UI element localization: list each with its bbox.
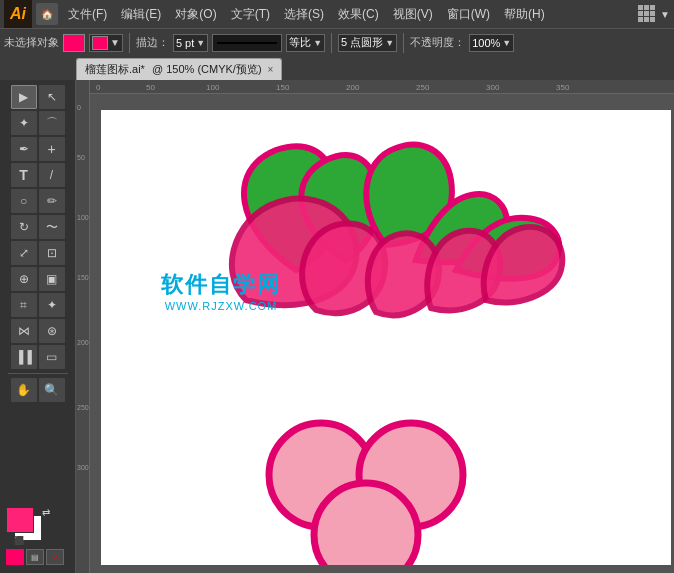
lasso-btn[interactable]: ⌒	[39, 111, 65, 135]
zoom-tool-btn[interactable]: 🔍	[39, 378, 65, 402]
tool-row-1: ▶ ↖	[0, 85, 75, 109]
line-tool-btn[interactable]: /	[39, 163, 65, 187]
svg-text:250: 250	[77, 404, 89, 411]
tool-separator	[8, 373, 68, 374]
canvas-area: 0 50 100 150 200 250 300 350 0 50 100 15…	[76, 80, 674, 573]
tool-row-5: ○ ✏	[0, 189, 75, 213]
separator-3	[403, 33, 404, 53]
symbol-btn[interactable]: ⊛	[39, 319, 65, 343]
scale-tool-btn[interactable]: ⤢	[11, 241, 37, 265]
tab-close-button[interactable]: ×	[268, 64, 274, 75]
menu-view[interactable]: 视图(V)	[387, 4, 439, 25]
tab-bar: 榴莲图标.ai* @ 150% (CMYK/预览) ×	[0, 56, 674, 80]
fill-swatch-small	[92, 36, 108, 50]
tool-row-9: ⌗ ✦	[0, 293, 75, 317]
control-toolbar: 未选择对象 ▼ 描边： 5 pt ▼ 等比 ▼ 5 点圆形 ▼ 不透明度： 10…	[0, 28, 674, 56]
color-fill-btn[interactable]	[6, 549, 24, 565]
stroke-size-dropdown[interactable]: 5 pt ▼	[173, 34, 208, 52]
leaves-group	[232, 145, 562, 316]
brush-arrow: ▼	[385, 38, 394, 48]
svg-point-17	[314, 483, 418, 565]
hand-tool-btn[interactable]: ✋	[11, 378, 37, 402]
type-tool-btn[interactable]: T	[11, 163, 37, 187]
menu-help[interactable]: 帮助(H)	[498, 4, 551, 25]
main-area: ▶ ↖ ✦ ⌒ ✒ + T / ○ ✏ ↻ 〜 ⤢ ⊡ ⊕ ▣	[0, 80, 674, 573]
blend-btn[interactable]: ⋈	[11, 319, 37, 343]
svg-text:150: 150	[276, 83, 290, 92]
menu-file[interactable]: 文件(F)	[62, 4, 113, 25]
stroke-line-preview	[217, 42, 277, 44]
svg-text:50: 50	[77, 154, 85, 161]
pencil-tool-btn[interactable]: ✏	[39, 189, 65, 213]
watermark-chinese: 软件自学网	[161, 270, 281, 300]
svg-text:250: 250	[416, 83, 430, 92]
menu-effect[interactable]: 效果(C)	[332, 4, 385, 25]
tool-row-12: ✋ 🔍	[0, 378, 75, 402]
stroke-dd-arrow: ▼	[196, 38, 205, 48]
artboard: 软件自学网 WWW.RJZXW.COM	[101, 110, 671, 565]
opacity-dropdown[interactable]: 100% ▼	[469, 34, 514, 52]
brush-label: 5 点圆形	[341, 35, 383, 50]
opacity-label: 不透明度：	[410, 35, 465, 50]
menu-right: ▼	[638, 5, 670, 23]
ellipse-tool-btn[interactable]: ○	[11, 189, 37, 213]
menu-object[interactable]: 对象(O)	[169, 4, 222, 25]
tool-row-8: ⊕ ▣	[0, 267, 75, 291]
direct-selection-btn[interactable]: ↖	[39, 85, 65, 109]
menu-window[interactable]: 窗口(W)	[441, 4, 496, 25]
selection-status: 未选择对象	[4, 35, 59, 50]
fill-dropdown[interactable]: ▼	[89, 34, 123, 52]
mesh-btn[interactable]: ⌗	[11, 293, 37, 317]
workspace-switcher-icon[interactable]	[638, 5, 656, 23]
reset-colors-icon[interactable]: ⬛	[14, 536, 24, 545]
shape-builder-btn[interactable]: ⊕	[11, 267, 37, 291]
home-icon[interactable]: 🏠	[36, 3, 58, 25]
opacity-value: 100%	[472, 37, 500, 49]
tool-row-10: ⋈ ⊛	[0, 319, 75, 343]
document-tab[interactable]: 榴莲图标.ai* @ 150% (CMYK/预览) ×	[76, 58, 282, 80]
menu-edit[interactable]: 编辑(E)	[115, 4, 167, 25]
tool-row-11: ▐▐ ▭	[0, 345, 75, 369]
svg-text:100: 100	[77, 214, 89, 221]
menu-select[interactable]: 选择(S)	[278, 4, 330, 25]
selection-tool-btn[interactable]: ▶	[11, 85, 37, 109]
brush-dropdown[interactable]: 5 点圆形 ▼	[338, 34, 397, 52]
gradient-btn[interactable]: ▣	[39, 267, 65, 291]
no-fill-btn[interactable]: ⊘	[46, 549, 64, 565]
svg-text:50: 50	[146, 83, 155, 92]
fill-color-swatch[interactable]	[63, 34, 85, 52]
svg-text:100: 100	[206, 83, 220, 92]
magic-wand-btn[interactable]: ✦	[11, 111, 37, 135]
add-anchor-btn[interactable]: +	[39, 137, 65, 161]
warp-tool-btn[interactable]: 〜	[39, 215, 65, 239]
pen-tool-btn[interactable]: ✒	[11, 137, 37, 161]
gradient-fill-btn[interactable]: ▤	[26, 549, 44, 565]
menu-bar: Ai 🏠 文件(F) 编辑(E) 对象(O) 文字(T) 选择(S) 效果(C)…	[0, 0, 674, 28]
circles-group	[269, 423, 463, 565]
svg-text:150: 150	[77, 274, 89, 281]
menu-type[interactable]: 文字(T)	[225, 4, 276, 25]
color-area: ⇄ ⬛ ▤ ⊘	[0, 503, 75, 569]
artboard-btn[interactable]: ▭	[39, 345, 65, 369]
eyedropper-btn[interactable]: ✦	[39, 293, 65, 317]
svg-text:200: 200	[77, 339, 89, 346]
stroke-ratio-label: 等比	[289, 35, 311, 50]
separator-1	[129, 33, 130, 53]
workspace-dropdown-arrow[interactable]: ▼	[660, 9, 670, 20]
foreground-color-swatch[interactable]	[6, 507, 34, 533]
app-logo-text: Ai	[10, 5, 26, 23]
stroke-ratio-arrow: ▼	[313, 38, 322, 48]
rotate-tool-btn[interactable]: ↻	[11, 215, 37, 239]
color-swatches: ⇄ ⬛	[6, 507, 50, 545]
vertical-ruler: 0 50 100 150 200 250 300	[76, 80, 90, 573]
swap-colors-icon[interactable]: ⇄	[42, 507, 50, 518]
svg-text:300: 300	[486, 83, 500, 92]
free-transform-btn[interactable]: ⊡	[39, 241, 65, 265]
stroke-ratio-dropdown[interactable]: 等比 ▼	[286, 34, 325, 52]
svg-text:300: 300	[77, 464, 89, 471]
tool-row-3: ✒ +	[0, 137, 75, 161]
tool-row-7: ⤢ ⊡	[0, 241, 75, 265]
app-logo: Ai	[4, 0, 32, 28]
bar-chart-btn[interactable]: ▐▐	[11, 345, 37, 369]
stroke-value: 5 pt	[176, 37, 194, 49]
